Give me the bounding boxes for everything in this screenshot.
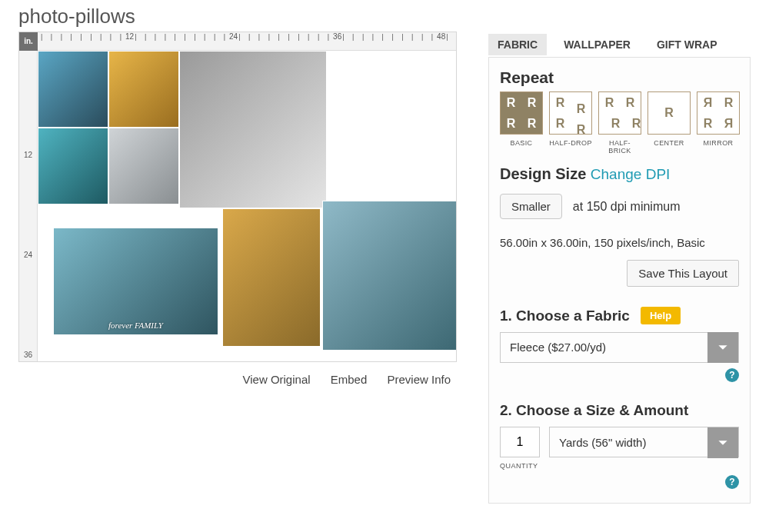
unit-select[interactable]: Yards (56" width) (549, 427, 739, 457)
unit-select-value: Yards (56" width) (550, 427, 707, 457)
tab-giftwrap[interactable]: GIFT WRAP (647, 34, 727, 55)
choose-fabric-heading: 1. Choose a Fabric Help (500, 307, 739, 324)
choose-size-heading: 2. Choose a Size & Amount (500, 402, 739, 419)
view-original-link[interactable]: View Original (242, 373, 310, 386)
preview-links: View Original Embed Preview Info (18, 362, 457, 386)
product-tabs: FABRIC WALLPAPER GIFT WRAP (488, 34, 751, 55)
options-panel: Repeat RRRR BASIC RRRR HALF-DROP RRRR HA… (488, 57, 751, 504)
help-button[interactable]: Help (641, 307, 681, 324)
fabric-select-value: Fleece ($27.00/yd) (501, 332, 707, 363)
dpi-note: at 150 dpi minimum (573, 200, 681, 214)
chevron-down-icon[interactable] (707, 332, 738, 363)
repeat-halfdrop[interactable]: RRRR HALF-DROP (549, 91, 592, 155)
repeat-center[interactable]: R CENTER (647, 91, 691, 155)
repeat-heading: Repeat (500, 68, 739, 87)
fabric-select[interactable]: Fleece ($27.00/yd) (500, 332, 739, 363)
design-size-heading: Design Size Change DPI (500, 165, 739, 183)
design-dimensions: 56.00in x 36.00in, 150 pixels/inch, Basi… (500, 236, 739, 249)
change-dpi-link[interactable]: Change DPI (591, 166, 671, 182)
fabric-help-icon[interactable]: ? (725, 368, 739, 382)
ruler-unit: in. (19, 32, 38, 51)
size-help-icon[interactable]: ? (725, 475, 739, 489)
repeat-basic[interactable]: RRRR BASIC (500, 91, 543, 155)
collage-caption: forever FAMILY (54, 321, 218, 330)
embed-link[interactable]: Embed (331, 373, 368, 386)
vertical-ruler: 12 24 36 (19, 51, 38, 361)
preview-info-link[interactable]: Preview Info (387, 373, 451, 386)
repeat-mirror[interactable]: RRRR MIRROR (697, 91, 740, 155)
horizontal-ruler: | | | | | | | | |12| | | | | | | | | |24… (38, 32, 456, 51)
save-layout-button[interactable]: Save This Layout (627, 260, 739, 287)
smaller-button[interactable]: Smaller (500, 194, 562, 219)
repeat-options: RRRR BASIC RRRR HALF-DROP RRRR HALF-BRIC… (500, 91, 739, 155)
tab-fabric[interactable]: FABRIC (488, 34, 547, 55)
repeat-halfbrick[interactable]: RRRR HALF-BRICK (598, 91, 641, 155)
design-canvas[interactable]: forever FAMILY (38, 51, 456, 361)
design-preview: in. | | | | | | | | |12| | | | | | | | |… (18, 32, 457, 362)
page-title: photo-pillows (18, 5, 473, 28)
chevron-down-icon[interactable] (707, 427, 738, 458)
tab-wallpaper[interactable]: WALLPAPER (554, 34, 640, 55)
quantity-label: QUANTITY (500, 462, 540, 470)
quantity-input[interactable] (500, 427, 540, 457)
